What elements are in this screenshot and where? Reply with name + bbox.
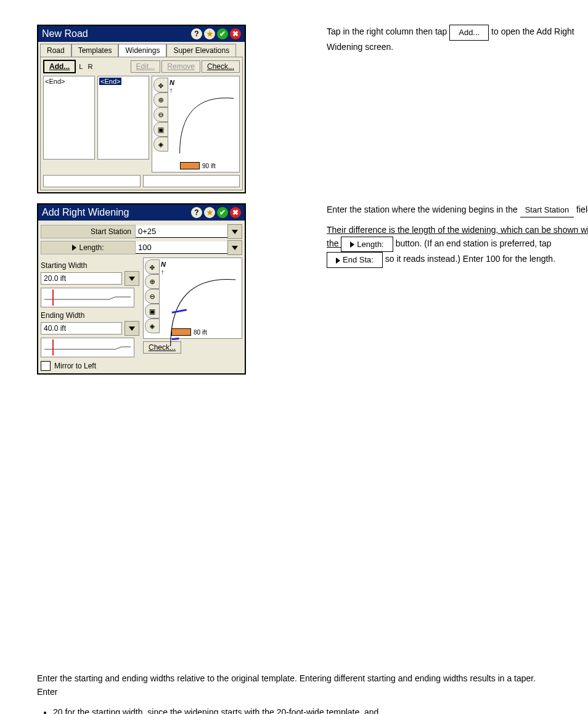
list-item: <End> [99, 78, 121, 85]
ending-width-preview [41, 338, 134, 357]
start-station-label: Start Station [41, 225, 136, 238]
scale-bar: 80 ift [171, 328, 207, 336]
add-button-ref: Add... [449, 25, 489, 41]
zoom-window-icon[interactable]: ◈ [153, 137, 168, 152]
mirror-label: Mirror to Left [54, 362, 96, 370]
instruction-2: Enter the station where the widening beg… [327, 203, 588, 268]
titlebar: New Road ? ★ ✔ ✖ [38, 26, 245, 42]
status-left [43, 175, 141, 187]
end-sta-button-ref: End Sta: [327, 252, 383, 268]
add-button[interactable]: Add... [43, 60, 76, 73]
title-text: New Road [42, 28, 88, 39]
starting-width-dropdown[interactable] [125, 271, 139, 286]
add-right-widening-dialog: Add Right Widening ? ★ ✔ ✖ Start Station… [37, 203, 246, 375]
zoom-extents-icon[interactable]: ▣ [153, 122, 168, 137]
zoom-out-icon[interactable]: ⊖ [145, 289, 160, 304]
ok-icon[interactable]: ✔ [217, 28, 228, 39]
tab-strip: Road Templates Widenings Super Elevation… [38, 42, 245, 57]
left-list[interactable]: <End> [43, 76, 95, 160]
tab-road[interactable]: Road [40, 44, 71, 57]
start-station-input[interactable]: 0+25 [136, 225, 227, 238]
road-curve [171, 87, 237, 153]
start-station-dropdown[interactable] [227, 224, 242, 239]
titlebar: Add Right Widening ? ★ ✔ ✖ [38, 205, 245, 221]
ending-width-label: Ending Width [41, 311, 139, 320]
zoom-in-icon[interactable]: ⊕ [145, 274, 160, 289]
starting-width-input[interactable]: 20.0 ift [41, 272, 122, 285]
instruction-1: Tap in the right column then tap Add... … [327, 25, 588, 54]
status-right [143, 175, 240, 187]
tab-super-elevations[interactable]: Super Elevations [166, 44, 236, 57]
help-icon[interactable]: ? [191, 207, 202, 218]
star-icon[interactable]: ★ [204, 28, 215, 39]
star-icon[interactable]: ★ [204, 207, 215, 218]
pan-icon[interactable]: ✥ [153, 78, 168, 92]
starting-width-label: Starting Width [41, 261, 139, 270]
new-road-dialog: New Road ? ★ ✔ ✖ Road Templates Widening… [37, 25, 246, 193]
tab-widenings[interactable]: Widenings [118, 44, 166, 57]
list-item: 20 for the starting width, since the wid… [53, 705, 551, 714]
close-icon[interactable]: ✖ [230, 207, 241, 218]
length-toggle-button[interactable]: Length: [41, 241, 136, 254]
r-label: R [86, 63, 94, 70]
list-item: <End> [45, 78, 65, 85]
body-text: Enter the starting and ending widths rel… [37, 671, 551, 714]
zoom-window-icon[interactable]: ◈ [145, 318, 160, 333]
length-input[interactable]: 100 [136, 241, 227, 254]
length-dropdown[interactable] [227, 240, 242, 255]
zoom-in-icon[interactable]: ⊕ [153, 92, 168, 107]
ending-width-dropdown[interactable] [125, 321, 139, 336]
mirror-checkbox[interactable] [41, 361, 51, 371]
map-view[interactable]: ✥ ⊕ ⊖ ▣ ◈ N↑ 90 ift [152, 76, 240, 172]
edit-button: Edit... [131, 60, 161, 73]
remove-button: Remove [161, 60, 200, 73]
pan-icon[interactable]: ✥ [145, 259, 160, 274]
right-list[interactable]: <End> [97, 76, 149, 160]
zoom-out-icon[interactable]: ⊖ [153, 107, 168, 122]
tab-templates[interactable]: Templates [71, 44, 119, 57]
tab-body: Add... L R Edit... Remove Check... <End>… [40, 57, 243, 190]
check-button[interactable]: Check... [202, 60, 240, 73]
zoom-extents-icon[interactable]: ▣ [145, 304, 160, 318]
ok-icon[interactable]: ✔ [217, 207, 228, 218]
starting-width-preview [41, 288, 134, 307]
help-icon[interactable]: ? [191, 28, 202, 39]
scale-bar: 90 ift [180, 162, 216, 169]
ending-width-input[interactable]: 40.0 ift [41, 322, 122, 335]
close-icon[interactable]: ✖ [230, 28, 241, 39]
start-station-ref: Start Station [520, 203, 574, 217]
map-view[interactable]: ✥ ⊕ ⊖ ▣ ◈ N↑ 80 ift [143, 258, 242, 339]
l-label: L [77, 63, 84, 70]
length-button-ref: Length: [341, 237, 393, 253]
title-text: Add Right Widening [42, 207, 129, 218]
